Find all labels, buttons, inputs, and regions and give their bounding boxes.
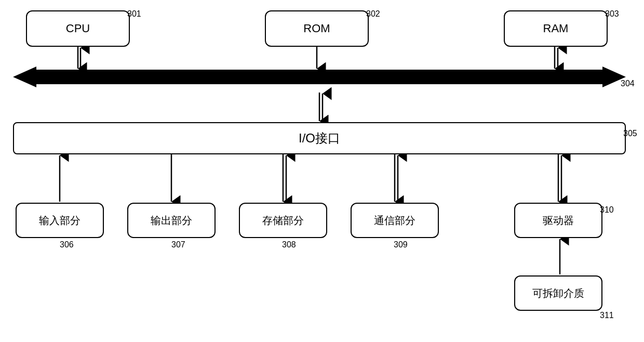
box-comm: 通信部分 <box>351 203 439 238</box>
box-driver: 驱动器 <box>514 203 602 238</box>
ref-306: 306 <box>60 240 74 249</box>
box-io: I/O接口 <box>13 122 626 154</box>
box-input: 输入部分 <box>16 203 104 238</box>
storage-label: 存储部分 <box>262 214 304 228</box>
svg-marker-4 <box>13 67 36 87</box>
ref-309: 309 <box>394 240 408 249</box>
box-cpu: CPU <box>26 10 130 47</box>
ref-310: 310 <box>600 205 614 215</box>
output-label: 输出部分 <box>151 214 192 228</box>
io-label: I/O接口 <box>299 130 340 147</box>
box-output: 输出部分 <box>127 203 216 238</box>
ref-302: 302 <box>366 9 380 19</box>
media-label: 可拆卸介质 <box>532 286 584 300</box>
ref-305: 305 <box>623 129 637 138</box>
ref-304: 304 <box>621 79 635 88</box>
ref-301: 301 <box>127 9 141 19</box>
svg-rect-6 <box>34 70 605 84</box>
ram-label: RAM <box>543 22 569 35</box>
box-storage: 存储部分 <box>239 203 327 238</box>
input-label: 输入部分 <box>39 214 81 228</box>
comm-label: 通信部分 <box>374 214 415 228</box>
ref-303: 303 <box>605 9 619 19</box>
box-rom: ROM <box>265 10 369 47</box>
ref-308: 308 <box>282 240 296 249</box>
box-ram: RAM <box>504 10 608 47</box>
rom-label: ROM <box>303 22 330 35</box>
ref-307: 307 <box>171 240 185 249</box>
driver-label: 驱动器 <box>543 214 574 228</box>
cpu-label: CPU <box>66 22 90 35</box>
ref-311: 311 <box>600 311 614 320</box>
diagram-container: CPU ROM RAM 301 302 303 304 I/O接口 305 输入… <box>0 0 644 342</box>
box-media: 可拆卸介质 <box>514 275 602 311</box>
